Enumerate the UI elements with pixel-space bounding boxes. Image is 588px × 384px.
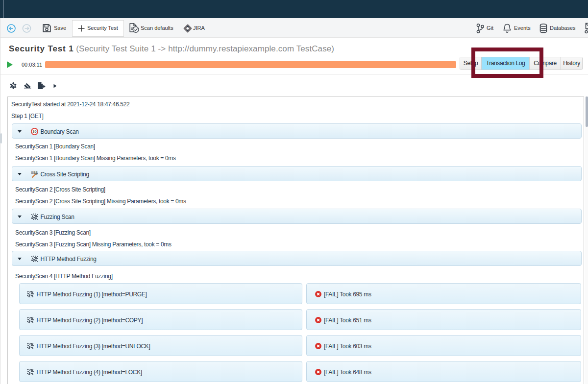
svg-text:30: 30 (32, 129, 36, 134)
